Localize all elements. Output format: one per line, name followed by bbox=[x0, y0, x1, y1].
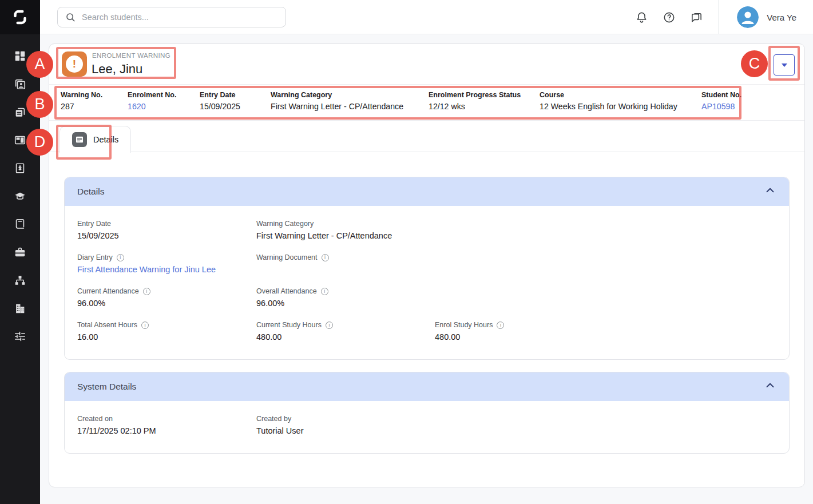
user-avatar[interactable] bbox=[737, 6, 759, 28]
summary-warning-category: Warning Category First Warning Letter - … bbox=[271, 85, 429, 120]
courses-icon[interactable] bbox=[13, 189, 27, 203]
layout-icon[interactable] bbox=[13, 133, 27, 147]
info-icon bbox=[497, 322, 504, 329]
student-no-link[interactable]: AP10598 bbox=[701, 102, 735, 111]
details-section-title: Details bbox=[77, 186, 104, 197]
info-icon bbox=[321, 288, 328, 295]
settings-icon[interactable] bbox=[13, 330, 27, 343]
summary-entry-date: Entry Date 15/09/2025 bbox=[200, 85, 271, 120]
tab-strip: Details bbox=[49, 121, 804, 152]
diary-entry-link[interactable]: First Attendance Warning for Jinu Lee bbox=[77, 265, 216, 274]
field-current-study-hours: Current Study Hours 480.00 bbox=[256, 321, 435, 342]
topbar: Vera Ye bbox=[40, 0, 813, 34]
search-box[interactable] bbox=[57, 7, 286, 27]
system-details-section: System Details Created on 17/11/2025 02:… bbox=[64, 372, 790, 454]
topbar-right: Vera Ye bbox=[621, 0, 813, 34]
info-icon bbox=[322, 254, 329, 261]
help-icon[interactable] bbox=[662, 10, 676, 24]
field-current-attendance: Current Attendance 96.00% bbox=[77, 287, 256, 308]
search-icon bbox=[65, 11, 76, 23]
field-created-by: Created by Tutorial User bbox=[256, 415, 435, 436]
field-overall-attendance: Overall Attendance 96.00% bbox=[256, 287, 435, 308]
field-total-absent-hours: Total Absent Hours 16.00 bbox=[77, 321, 256, 342]
system-details-section-title: System Details bbox=[77, 382, 136, 392]
summary-progress-status: Enrolment Progress Status 12/12 wks bbox=[429, 85, 540, 120]
agents-icon[interactable] bbox=[13, 273, 27, 287]
documents-icon[interactable] bbox=[13, 105, 27, 119]
info-icon bbox=[117, 254, 124, 261]
system-details-section-body: Created on 17/11/2025 02:10 PM Created b… bbox=[65, 401, 789, 453]
page-title: Lee, Jinu bbox=[92, 62, 142, 77]
chat-icon[interactable] bbox=[689, 10, 703, 24]
topbar-divider bbox=[718, 0, 719, 34]
work-icon[interactable] bbox=[13, 245, 27, 259]
company-icon[interactable] bbox=[13, 301, 27, 315]
field-warning-document: Warning Document bbox=[256, 253, 435, 275]
chevron-up-icon[interactable] bbox=[764, 379, 776, 394]
details-section-body: Entry Date 15/09/2025 Warning Category F… bbox=[65, 206, 789, 359]
enrolment-no-link[interactable]: 1620 bbox=[128, 102, 146, 111]
students-icon[interactable] bbox=[13, 77, 27, 91]
field-warning-category: Warning Category First Warning Letter - … bbox=[256, 220, 435, 241]
tab-content: Details Entry Date 15/09/2025 Warning Ca… bbox=[49, 152, 804, 454]
caret-down-icon bbox=[782, 64, 787, 67]
user-name[interactable]: Vera Ye bbox=[767, 13, 796, 22]
book-icon[interactable] bbox=[13, 217, 27, 231]
enrolment-warning-card: ! ENROLMENT WARNING Lee, Jinu Warning No… bbox=[49, 43, 805, 487]
actions-dropdown-button[interactable] bbox=[774, 54, 795, 76]
details-section-header[interactable]: Details bbox=[65, 177, 789, 206]
sidebar-nav bbox=[0, 49, 40, 343]
field-enrol-study-hours: Enrol Study Hours 480.00 bbox=[435, 321, 776, 342]
notifications-bell-icon[interactable] bbox=[634, 10, 648, 24]
field-entry-date: Entry Date 15/09/2025 bbox=[77, 220, 256, 241]
info-icon bbox=[143, 288, 150, 295]
summary-enrolment-no: Enrolment No. 1620 bbox=[128, 85, 200, 120]
dashboard-icon[interactable] bbox=[13, 49, 27, 63]
details-tab-icon bbox=[72, 132, 87, 147]
enrolment-warning-icon: ! bbox=[62, 51, 87, 77]
record-header: ! ENROLMENT WARNING Lee, Jinu bbox=[49, 44, 804, 85]
tab-details-label: Details bbox=[93, 135, 118, 144]
invoices-icon[interactable] bbox=[13, 161, 27, 175]
summary-warning-no: Warning No. 287 bbox=[61, 85, 128, 120]
summary-course: Course 12 Weeks English for Working Holi… bbox=[540, 85, 701, 120]
tab-details[interactable]: Details bbox=[60, 126, 131, 153]
field-diary-entry: Diary Entry First Attendance Warning for… bbox=[77, 253, 256, 275]
details-section: Details Entry Date 15/09/2025 Warning Ca… bbox=[64, 177, 790, 360]
summary-field-row: Warning No. 287 Enrolment No. 1620 Entry… bbox=[49, 85, 804, 121]
info-icon bbox=[141, 322, 149, 329]
sidebar bbox=[0, 0, 40, 504]
chevron-up-icon[interactable] bbox=[764, 184, 776, 199]
record-type-label: ENROLMENT WARNING bbox=[92, 52, 170, 59]
info-icon bbox=[326, 322, 333, 329]
system-details-section-header[interactable]: System Details bbox=[65, 372, 789, 401]
app-logo-icon[interactable] bbox=[0, 0, 40, 34]
field-created-on: Created on 17/11/2025 02:10 PM bbox=[77, 415, 256, 436]
summary-student-no: Student No. AP10598 bbox=[701, 85, 804, 120]
search-input[interactable] bbox=[82, 13, 279, 22]
